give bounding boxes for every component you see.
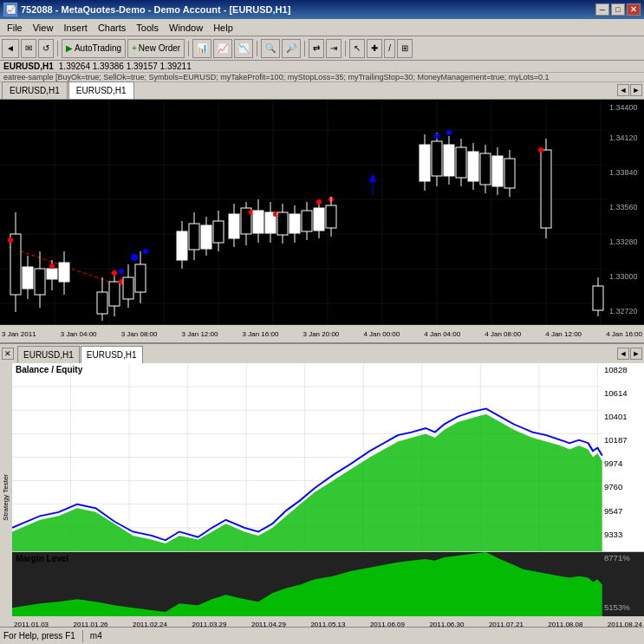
line-icon: / (388, 43, 391, 53)
chart-tab-2[interactable]: EURUSD,H1 (68, 81, 134, 99)
svg-rect-58 (213, 221, 224, 243)
refresh-icon: ↺ (42, 43, 49, 53)
toolbar-line[interactable]: / (384, 39, 395, 58)
svg-rect-48 (123, 277, 133, 299)
menu-insert[interactable]: Insert (58, 21, 93, 35)
svg-text:10828: 10828 (604, 367, 628, 374)
svg-point-36 (8, 237, 13, 243)
margin-level-label: Margin Level (16, 554, 68, 563)
toolbar-chart3[interactable]: 📉 (234, 39, 253, 58)
svg-rect-100 (504, 159, 515, 188)
toolbar-zoom-in[interactable]: 🔍 (261, 39, 280, 58)
toolbar-period[interactable]: ⊞ (397, 39, 413, 58)
x-axis-bar: 3 Jan 2011 3 Jan 04:00 3 Jan 08:00 3 Jan… (0, 325, 644, 342)
vertical-label: Strategy Tester (2, 474, 10, 521)
svg-text:1.33560: 1.33560 (609, 203, 638, 211)
email-icon: ✉ (25, 43, 32, 53)
svg-point-88 (446, 130, 452, 135)
panel-tab-2[interactable]: EURUSD,H1 (81, 346, 143, 363)
svg-point-87 (434, 133, 439, 139)
chart1-icon: 📊 (197, 43, 207, 53)
x-label-1: 3 Jan 2011 (2, 330, 36, 338)
zoom-out-icon: 🔎 (286, 43, 296, 53)
x-label-10: 4 Jan 12:00 (545, 330, 582, 338)
svg-text:10401: 10401 (604, 413, 628, 421)
panel-nav-left[interactable]: ◄ (617, 348, 629, 360)
autotrading-icon: ▶ (66, 43, 73, 53)
svg-rect-39 (97, 292, 107, 314)
toolbar-back[interactable]: ◄ (2, 39, 19, 58)
balance-equity-area: Balance / Equity (12, 363, 644, 551)
x-label-6: 3 Jan 20:00 (302, 330, 339, 338)
menu-tools[interactable]: Tools (131, 21, 164, 35)
svg-rect-50 (135, 264, 146, 292)
svg-text:1.32720: 1.32720 (609, 307, 638, 315)
svg-point-44 (143, 249, 148, 254)
panel-tabs: EURUSD,H1 EURUSD,H1 (17, 344, 143, 363)
x-label-4: 3 Jan 12:00 (182, 330, 218, 338)
close-panel-button[interactable]: ✕ (2, 348, 14, 360)
x-label-5: 3 Jan 16:00 (243, 330, 279, 338)
autoscroll-icon: ⇥ (330, 43, 337, 53)
toolbar-crosshair[interactable]: ✚ (367, 39, 382, 58)
svg-text:1.33000: 1.33000 (609, 272, 638, 281)
ea-info: eatree-sample [BuyOk=true; SellOk=true; … (3, 73, 549, 81)
menu-help[interactable]: Help (208, 21, 238, 35)
svg-text:9760: 9760 (604, 484, 622, 491)
toolbar-chart2[interactable]: 📈 (213, 39, 232, 58)
menu-view[interactable]: View (28, 21, 59, 35)
svg-rect-35 (59, 263, 69, 282)
svg-text:1.34120: 1.34120 (609, 133, 638, 142)
minimize-button[interactable]: ─ (595, 3, 609, 16)
menu-charts[interactable]: Charts (93, 21, 131, 35)
toolbar-refresh[interactable]: ↺ (38, 39, 54, 58)
svg-rect-33 (47, 269, 57, 279)
margin-level-svg: 8771% 5153% (12, 552, 644, 616)
chart3-icon: 📉 (238, 43, 249, 53)
svg-rect-105 (593, 286, 603, 310)
candlestick-svg: 1.34400 1.34120 1.33840 1.33560 1.33280 … (0, 100, 644, 342)
menu-window[interactable]: Window (164, 21, 208, 35)
panel-tab-1[interactable]: EURUSD,H1 (17, 346, 80, 363)
toolbar-cursor[interactable]: ↖ (349, 39, 365, 58)
separator-2 (188, 41, 189, 56)
x-label-7: 4 Jan 00:00 (363, 330, 400, 338)
chart2-icon: 📈 (218, 43, 228, 53)
toolbar-zoom-out[interactable]: 🔎 (282, 39, 301, 58)
tab-nav-right[interactable]: ► (630, 84, 642, 96)
svg-text:10187: 10187 (604, 437, 628, 445)
close-button[interactable]: ✕ (627, 3, 641, 16)
svg-rect-54 (189, 224, 199, 250)
svg-rect-90 (444, 145, 454, 176)
toolbar-chart1[interactable]: 📊 (192, 39, 211, 58)
separator-5 (345, 41, 346, 56)
chart-tab-1[interactable]: EURUSD,H1 (2, 81, 68, 99)
svg-rect-60 (229, 214, 239, 238)
panel-nav-right[interactable]: ► (630, 348, 642, 360)
app-icon: 📈 (3, 3, 17, 16)
svg-text:5153%: 5153% (604, 603, 630, 612)
maximize-button[interactable]: □ (611, 3, 625, 16)
separator-1 (57, 41, 58, 56)
svg-rect-80 (326, 205, 336, 228)
panel-nav: ◄ ► (617, 348, 642, 360)
svg-rect-56 (201, 225, 211, 249)
toolbar-email[interactable]: ✉ (21, 39, 36, 58)
toolbar-scroll[interactable]: ⇄ (309, 39, 324, 58)
scroll-icon: ⇄ (313, 43, 320, 53)
svg-rect-31 (35, 269, 45, 295)
menu-file[interactable]: File (2, 21, 28, 35)
chart-info-bar: EURUSD,H1 1.39264 1.39386 1.39157 1.3921… (0, 61, 644, 73)
x-label-3: 3 Jan 08:00 (121, 330, 158, 338)
separator-4 (304, 41, 305, 56)
svg-text:9547: 9547 (604, 507, 622, 515)
autotrading-button[interactable]: ▶ AutoTrading (62, 39, 126, 58)
toolbar: ◄ ✉ ↺ ▶ AutoTrading + New Order 📊 📈 📉 🔍 … (0, 36, 644, 61)
tab-nav-left[interactable]: ◄ (617, 84, 629, 96)
neworder-button[interactable]: + New Order (127, 39, 185, 58)
x-label-8: 4 Jan 04:00 (424, 330, 460, 338)
svg-point-43 (131, 254, 138, 261)
neworder-icon: + (132, 43, 137, 53)
chart-content: Balance / Equity (12, 363, 644, 632)
toolbar-autoscroll[interactable]: ⇥ (326, 39, 342, 58)
